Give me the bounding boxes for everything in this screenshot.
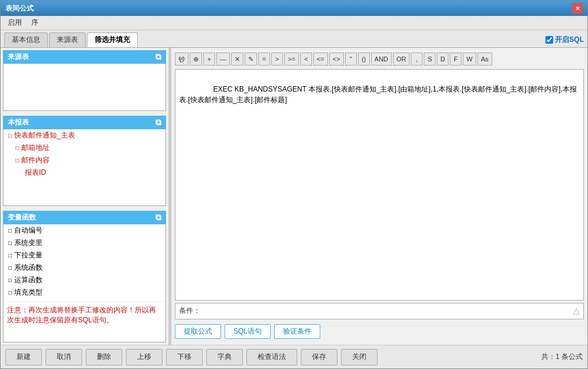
toolbar-btn-and[interactable]: AND <box>371 53 392 66</box>
tree-item-email-content[interactable]: □ 邮件内容 <box>4 154 165 166</box>
tree-var-filltype[interactable]: □ 填充类型 <box>4 286 165 299</box>
warning-area: 注意：再次生成将替换手工修改的内容！所以再次生成时注意保留原有SQL语句。 <box>4 301 165 329</box>
tab-basic-info[interactable]: 基本信息 <box>4 32 48 47</box>
toolbar-btn-multiply[interactable]: ✕ <box>231 53 243 66</box>
this-table-title: 本报表 <box>8 117 29 128</box>
this-table-section: 本报表 ⧉ □ 快表邮件通知_主表 □ 邮箱地址 □ 邮件内容 <box>3 116 166 206</box>
toolbar-btn-neq[interactable]: <> <box>329 53 344 66</box>
condition-label: 条件： <box>179 306 200 316</box>
right-panel: 钞 ⊕ + — ✕ ✎ = > >= < <= <> " () AND OR ,… <box>171 48 587 345</box>
condition-row: 条件： △ <box>175 303 584 319</box>
label-var-sysvar: 系统变里 <box>14 238 43 248</box>
label-var-sysfunc: 系统函数 <box>14 263 43 273</box>
toolbar-btn-s[interactable]: S <box>424 53 436 66</box>
var-func-body: □ 自动编号 □ 系统变里 □ 下拉变量 □ 系统函数 <box>3 224 166 342</box>
tree-var-autonumber[interactable]: □ 自动编号 <box>4 224 165 237</box>
sql-checkbox-input[interactable] <box>545 36 553 44</box>
tree-label-main-table: 快表邮件通知_主表 <box>14 130 75 141</box>
verify-condition-button[interactable]: 验证条件 <box>274 324 320 339</box>
label-var-auto: 自动编号 <box>14 226 43 236</box>
tree-var-sysfunc[interactable]: □ 系统函数 <box>4 262 165 274</box>
extract-formula-button[interactable]: 提取公式 <box>175 324 221 339</box>
close-button[interactable]: ✕ <box>572 3 583 14</box>
toolbar-btn-plus[interactable]: + <box>203 53 215 66</box>
dictionary-button[interactable]: 字典 <box>206 349 243 365</box>
new-button[interactable]: 新建 <box>5 349 42 365</box>
tree-item-main-table[interactable]: □ 快表邮件通知_主表 <box>4 129 165 142</box>
toolbar-btn-lt[interactable]: < <box>300 53 312 66</box>
var-func-section: 变量函数 ⧉ □ 自动编号 □ 系统变里 □ 下拉变量 <box>3 211 166 342</box>
var-func-header: 变量函数 ⧉ <box>3 211 166 224</box>
check-syntax-button[interactable]: 检查语法 <box>246 349 297 365</box>
bottom-bar: 新建 取消 删除 上移 下移 字典 检查语法 保存 关闭 共：1 条公式 <box>1 345 587 368</box>
expand-icon-email-content: □ <box>15 157 19 164</box>
this-table-expand-icon[interactable]: ⧉ <box>155 117 161 128</box>
tree-var-mathfunc[interactable]: □ 运算函数 <box>4 274 165 286</box>
sql-checkbox-label[interactable]: 开启SQL <box>545 35 584 45</box>
source-table-section: 来源表 ⧉ <box>3 50 166 111</box>
source-table-title: 来源表 <box>8 52 29 62</box>
toolbar-btn-gte[interactable]: >= <box>284 53 299 66</box>
toolbar-btn-1[interactable]: ⊕ <box>190 53 202 66</box>
tree-var-sysvar[interactable]: □ 系统变里 <box>4 237 165 249</box>
toolbar-btn-as[interactable]: As <box>477 53 492 66</box>
toolbar-btn-0[interactable]: 钞 <box>175 53 189 66</box>
move-up-button[interactable]: 上移 <box>126 349 163 365</box>
expand-icon-main: □ <box>8 132 12 139</box>
var-func-expand-icon[interactable]: ⧉ <box>155 213 161 223</box>
sql-content: EXEC KB_HANDSYSAGENT 本报表.[快表邮件通知_主表].[由箱… <box>179 85 577 104</box>
sql-statement-button[interactable]: SQL语句 <box>225 324 271 339</box>
tree-label-email-addr: 邮箱地址 <box>21 143 50 153</box>
move-down-button[interactable]: 下移 <box>166 349 203 365</box>
expand-var-dropdown: □ <box>8 252 12 259</box>
toolbar-btn-or[interactable]: OR <box>393 53 410 66</box>
toolbar-btn-minus[interactable]: — <box>216 53 230 66</box>
menu-item-enable[interactable]: 启用 <box>4 17 25 29</box>
expand-var-filltype: □ <box>8 289 12 296</box>
bottom-buttons-group: 新建 取消 删除 上移 下移 字典 检查语法 保存 关闭 <box>5 349 378 365</box>
sql-editor[interactable]: EXEC KB_HANDSYSAGENT 本报表.[快表邮件通知_主表].[由箱… <box>175 69 584 301</box>
toolbar-btn-w[interactable]: W <box>463 53 476 66</box>
toolbar-btn-f[interactable]: F <box>450 53 462 66</box>
source-table-body <box>3 64 166 111</box>
save-button[interactable]: 保存 <box>301 349 337 365</box>
main-content: 来源表 ⧉ 本报表 ⧉ □ 快表邮件通知_主表 □ <box>1 48 587 345</box>
warning-text: 注意：再次生成将替换手工修改的内容！所以再次生成时注意保留原有SQL语句。 <box>7 306 156 324</box>
toolbar-btn-paren[interactable]: () <box>358 53 370 66</box>
toolbar-btn-comma[interactable]: , <box>411 53 423 66</box>
this-table-header: 本报表 ⧉ <box>3 116 166 129</box>
tabs-right: 开启SQL <box>545 35 584 47</box>
tree-label-email-content: 邮件内容 <box>21 155 50 165</box>
toolbar-btn-equal[interactable]: = <box>258 53 270 66</box>
source-table-expand-icon[interactable]: ⧉ <box>155 52 161 62</box>
tree-label-report-id: 报表ID <box>25 168 46 178</box>
tab-source-table[interactable]: 来源表 <box>49 32 86 47</box>
label-var-mathfunc: 运算函数 <box>14 275 43 285</box>
window-title: 表间公式 <box>5 4 34 14</box>
this-table-body: □ 快表邮件通知_主表 □ 邮箱地址 □ 邮件内容 报表ID <box>3 129 166 206</box>
close-bottom-button[interactable]: 关闭 <box>341 349 378 365</box>
source-table-header: 来源表 ⧉ <box>3 50 166 64</box>
action-buttons-row: 提取公式 SQL语句 验证条件 <box>175 322 584 341</box>
toolbar-btn-edit[interactable]: ✎ <box>245 53 257 66</box>
tree-var-dropdown[interactable]: □ 下拉变量 <box>4 249 165 262</box>
toolbar-btn-d[interactable]: D <box>437 53 449 66</box>
toolbar-btn-lte[interactable]: <= <box>313 53 328 66</box>
delete-button[interactable]: 删除 <box>86 349 122 365</box>
tab-filter-fill[interactable]: 筛选并填充 <box>87 32 138 47</box>
condition-input[interactable] <box>205 306 573 314</box>
toolbar-btn-quote[interactable]: " <box>345 53 357 66</box>
main-window: 表间公式 ✕ 启用 序 基本信息 来源表 筛选并填充 开启SQL <box>0 0 588 369</box>
tree-item-email-addr[interactable]: □ 邮箱地址 <box>4 142 165 154</box>
toolbar-btn-gt[interactable]: > <box>271 53 283 66</box>
menu-item-seq[interactable]: 序 <box>28 17 42 29</box>
expand-var-sysfunc: □ <box>8 264 12 271</box>
condition-expand-icon: △ <box>573 306 580 315</box>
var-func-title: 变量函数 <box>8 213 36 223</box>
title-bar: 表间公式 ✕ <box>1 1 587 16</box>
expand-var-sysvar: □ <box>8 240 12 246</box>
expand-var-mathfunc: □ <box>8 277 12 283</box>
expand-var-auto: □ <box>8 227 12 234</box>
cancel-button[interactable]: 取消 <box>46 349 82 365</box>
tree-item-report-id[interactable]: 报表ID <box>4 166 165 179</box>
